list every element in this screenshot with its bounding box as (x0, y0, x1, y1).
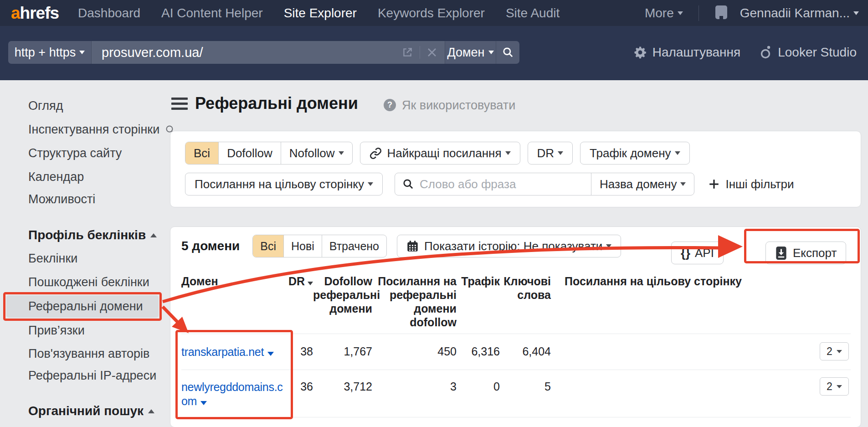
chevron-down-icon (837, 350, 842, 353)
dofollow-ref-domains-link[interactable]: 1,767 (313, 334, 372, 358)
keywords-link[interactable]: 5 (500, 370, 551, 393)
follow-tab-dofollow[interactable]: Dofollow (218, 142, 281, 164)
chevron-down-icon (678, 11, 683, 15)
dr-value: 38 (288, 334, 313, 358)
dofollow-ref-domains-link[interactable]: 3,712 (313, 370, 372, 393)
help-icon[interactable]: ? (384, 99, 396, 111)
domain-traffic-filter-button[interactable]: Трафік домену (580, 142, 689, 165)
nav-site-audit[interactable]: Site Audit (506, 6, 560, 21)
more-menu[interactable]: More (645, 6, 683, 21)
nav-site-explorer[interactable]: Site Explorer (284, 6, 357, 21)
page-title: Реферальні домени (195, 94, 358, 113)
col-header-traffic[interactable]: Трафік (457, 274, 500, 329)
target-search-widget: http + https Домен (8, 41, 519, 64)
sidebar-item-calendar[interactable]: Календар (28, 170, 84, 184)
links-to-target-filter-button[interactable]: Посилання на цільову сторінку (185, 173, 383, 195)
col-header-keywords[interactable]: Ключові слова (500, 274, 551, 329)
calendar-icon (406, 240, 419, 252)
keyword-search-field (395, 173, 591, 195)
ahrefs-logo[interactable]: ahrefs (11, 4, 59, 23)
links-to-target-dropdown[interactable]: 2 (820, 342, 849, 360)
export-button[interactable]: Експорт (765, 242, 846, 264)
follow-tab-nofollow[interactable]: Nofollow (281, 142, 352, 164)
sidebar-item-opportunities[interactable]: Можливості (28, 192, 95, 206)
domain-link[interactable]: newlyregddomains.com (181, 370, 288, 408)
sidebar-item-broken-backlinks[interactable]: Пошкоджені беклінки (28, 275, 149, 289)
user-account-menu[interactable]: Gennadii Karman... (740, 6, 859, 21)
nav-dashboard[interactable]: Dashboard (78, 6, 140, 21)
plus-icon (708, 178, 720, 190)
links-to-target-cell: 2 (551, 334, 851, 360)
tab-lost[interactable]: Втрачено (322, 235, 386, 257)
topbar-divider (699, 5, 699, 21)
nav-keywords-explorer[interactable]: Keywords Explorer (378, 6, 485, 21)
how-to-use-link[interactable]: Як використовувати (402, 98, 515, 113)
chevron-down-icon (558, 151, 563, 155)
keywords-link[interactable]: 6,404 (500, 334, 551, 358)
domain-name-selector[interactable]: Назва домену (591, 173, 694, 195)
follow-tab-all[interactable]: Всі (185, 142, 218, 164)
chevron-down-icon[interactable] (200, 401, 207, 405)
sidebar-section-backlink-profile[interactable]: Профіль беклінків (28, 228, 157, 242)
col-header-dr[interactable]: DR (288, 274, 313, 329)
more-filters-button[interactable]: Інші фільтри (708, 177, 794, 191)
tab-all[interactable]: Всі (253, 235, 283, 257)
sidebar-item-site-structure[interactable]: Структура сайту (28, 146, 122, 160)
follow-filter-segmented: Всі Dofollow Nofollow (185, 142, 353, 165)
braces-icon: {} (681, 246, 690, 260)
filters-row-2: Посилання на цільову сторінку Назва доме… (185, 173, 794, 195)
link-icon (370, 147, 382, 159)
chevron-down-icon[interactable] (267, 352, 274, 356)
sidebar-item-overview[interactable]: Огляд (28, 99, 63, 113)
nav-ai-content-helper[interactable]: AI Content Helper (161, 6, 263, 21)
sidebar-item-backlinks[interactable]: Беклінки (28, 252, 77, 266)
traffic-value: 0 (457, 370, 500, 393)
url-field-wrap (91, 41, 445, 64)
protocol-selector[interactable]: http + https (8, 41, 91, 64)
chevron-down-icon (488, 51, 494, 54)
sidebar-item-referring-ips[interactable]: Реферальні IP-адреси (28, 369, 156, 383)
best-links-filter-button[interactable]: Найкращі посилання (360, 142, 520, 165)
col-header-links-ref-dofollow[interactable]: Посилання на реферальні домени dofollow (372, 274, 457, 329)
sidebar-item-author-linking[interactable]: Пов'язування авторів (28, 347, 149, 361)
col-header-domain[interactable]: Домен (181, 274, 288, 329)
clear-url-icon[interactable] (426, 47, 437, 58)
links-to-target-dropdown[interactable]: 2 (820, 377, 849, 396)
dr-filter-button[interactable]: DR (528, 142, 573, 165)
table-row-divider (181, 417, 851, 417)
device-icon[interactable] (714, 5, 728, 21)
chevron-up-icon (148, 409, 154, 413)
top-nav-items: Dashboard AI Content Helper Site Explore… (78, 6, 580, 21)
chevron-down-icon (675, 151, 680, 155)
table-row: newlyregddomains.com 36 3,712 3 0 5 2 (181, 370, 851, 417)
sidebar-section-organic-search[interactable]: Органічний пошук (28, 404, 154, 418)
settings-button[interactable]: Налаштування (633, 45, 741, 60)
sidebar-item-referring-domains[interactable]: Реферальні домени (28, 299, 143, 314)
external-link-icon[interactable] (401, 46, 413, 58)
download-icon (775, 247, 787, 260)
chevron-down-icon (505, 151, 511, 155)
chevron-down-icon (606, 244, 611, 248)
looker-studio-button[interactable]: Looker Studio (760, 45, 857, 60)
search-mode-selector[interactable]: Домен (445, 41, 496, 64)
col-header-links-to-target[interactable]: Посилання на цільову сторінку (551, 274, 851, 329)
filters-panel: Всі Dofollow Nofollow Найкращі посилання… (170, 131, 861, 207)
domain-link[interactable]: transkarpatia.net (181, 334, 288, 359)
api-button[interactable]: {}API (671, 242, 724, 264)
target-url-input[interactable] (92, 45, 401, 60)
domains-count: 5 домени (181, 239, 240, 253)
links-ref-dofollow-link[interactable]: 450 (372, 334, 457, 358)
show-history-selector[interactable]: Показати історію: Не показувати (397, 235, 621, 257)
chevron-down-icon (79, 51, 85, 54)
sidebar-item-page-inspect[interactable]: Інспектування сторінки (28, 123, 176, 137)
links-ref-dofollow-link[interactable]: 3 (372, 370, 457, 393)
keyword-search-input[interactable] (420, 177, 570, 191)
col-header-dofollow-ref-domains[interactable]: Dofollow реферальні домени (313, 274, 372, 329)
search-submit-button[interactable] (496, 41, 519, 64)
topbar-right: More Gennadii Karman... (645, 5, 859, 21)
collapse-sidebar-button[interactable] (171, 98, 188, 113)
table-toolbar: 5 домени Всі Нові Втрачено Показати істо… (181, 234, 621, 258)
tab-new[interactable]: Нові (283, 235, 322, 257)
sidebar-item-anchors[interactable]: Прив’язки (28, 324, 85, 338)
filters-row-1: Всі Dofollow Nofollow Найкращі посилання… (185, 142, 690, 165)
